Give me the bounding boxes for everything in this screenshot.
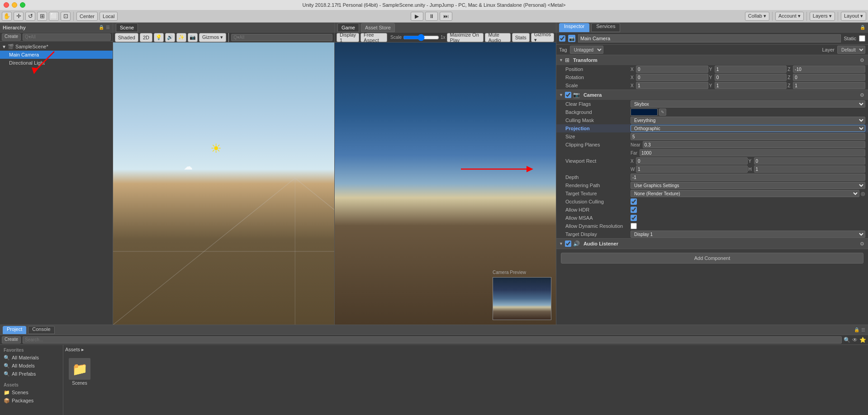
shading-mode-dropdown[interactable]: Shaded (115, 33, 138, 42)
maximize-on-play-button[interactable]: Maximize On Play (447, 33, 484, 42)
depth-input[interactable] (631, 174, 865, 181)
scene-search-input[interactable] (231, 34, 332, 41)
background-color-picker[interactable]: ✎ (659, 108, 666, 116)
audio-listener-header[interactable]: ▼ 🔊 Audio Listener ⚙ (556, 239, 868, 249)
scale-z-input[interactable] (793, 82, 865, 89)
culling-mask-dropdown[interactable]: Everything (631, 117, 865, 124)
vr-w-input[interactable] (636, 165, 748, 173)
hand-tool-button[interactable]: ✋ (2, 12, 12, 21)
object-active-checkbox[interactable] (559, 35, 565, 42)
scale-y-input[interactable] (715, 82, 787, 89)
bottom-lock-icon[interactable]: 🔒 (854, 327, 859, 332)
near-input[interactable] (643, 141, 865, 148)
vr-x-input[interactable] (636, 157, 748, 165)
position-x-input[interactable] (636, 66, 708, 73)
mute-audio-button[interactable]: Mute Audio (485, 33, 510, 42)
rotation-x-input[interactable] (636, 74, 708, 81)
play-button[interactable]: ▶ (411, 12, 423, 21)
fav-item-all-materials[interactable]: 🔍 All Materials (0, 354, 63, 362)
project-search-input[interactable] (23, 336, 842, 344)
services-tab[interactable]: Services (591, 23, 620, 32)
scale-slider[interactable] (403, 34, 439, 41)
scene-gizmos-dropdown[interactable]: Gizmos ▾ (199, 33, 226, 42)
rotation-z-input[interactable] (793, 74, 865, 81)
display-dropdown[interactable]: Display 1 (337, 33, 359, 42)
project-eye-icon[interactable]: 👁 (852, 337, 858, 343)
object-name-input[interactable] (578, 34, 841, 42)
camera-settings-button[interactable]: ⚙ (859, 92, 865, 98)
collab-button[interactable]: Collab ▾ (745, 12, 769, 21)
hierarchy-item-directionallight[interactable]: Directional Light (0, 59, 113, 67)
hierarchy-item-maincamera[interactable]: Main Camera (0, 51, 113, 59)
hierarchy-create-button[interactable]: Create (2, 33, 21, 41)
target-texture-dot-icon[interactable]: ◎ (861, 191, 865, 197)
project-star-icon[interactable]: ⭐ (859, 337, 866, 343)
hierarchy-menu-icon[interactable]: ☰ (106, 25, 110, 30)
pause-button[interactable]: ⏸ (425, 12, 438, 21)
rect-tool-button[interactable]: ⬜ (49, 12, 59, 21)
hierarchy-search-input[interactable] (23, 33, 111, 41)
clear-flags-dropdown[interactable]: Skybox (631, 100, 865, 108)
layers-button[interactable]: Layers ▾ (810, 12, 835, 21)
far-input[interactable] (640, 149, 865, 156)
step-button[interactable]: ⏭ (440, 12, 452, 21)
scene-viewport[interactable]: ☀ ☁ (113, 42, 334, 325)
fav-item-scenes[interactable]: 📁 Scenes (0, 388, 63, 396)
allow-msaa-checkbox[interactable] (631, 215, 637, 221)
allow-dynamic-resolution-checkbox[interactable] (631, 223, 637, 229)
vr-y-input[interactable] (754, 157, 866, 165)
console-tab[interactable]: Console (28, 326, 54, 334)
minimize-button[interactable] (12, 2, 17, 8)
fav-item-all-models[interactable]: 🔍 All Models (0, 362, 63, 370)
audio-listener-settings-button[interactable]: ⚙ (859, 241, 865, 247)
scene-audio-button[interactable]: 🔊 (165, 33, 175, 42)
background-color-swatch[interactable] (631, 108, 658, 116)
inspector-tab[interactable]: Inspector (559, 23, 589, 32)
rotate-tool-button[interactable]: ↺ (25, 12, 35, 21)
target-display-dropdown[interactable]: Display 1 (631, 231, 865, 238)
scale-x-input[interactable] (636, 82, 708, 89)
game-gizmos-dropdown[interactable]: Gizmos ▾ (531, 33, 554, 42)
projection-dropdown[interactable]: Orthographic (631, 125, 865, 132)
project-search-icon[interactable]: 🔍 (844, 337, 850, 343)
transform-header[interactable]: ▼ ⊞ Transform ⚙ (556, 55, 868, 65)
project-create-button[interactable]: Create (2, 336, 21, 344)
inspector-lock-icon[interactable]: 🔒 (860, 25, 865, 30)
scene-fx-button[interactable]: ✨ (176, 33, 186, 42)
maximize-button[interactable] (20, 2, 25, 8)
project-tab[interactable]: Project (3, 326, 26, 334)
center-toggle-button[interactable]: Center (76, 12, 98, 21)
occlusion-culling-checkbox[interactable] (631, 198, 637, 205)
game-tab[interactable]: Game (337, 23, 359, 32)
bottom-menu-icon[interactable]: ☰ (861, 327, 865, 332)
target-texture-dropdown[interactable]: None (Render Texture) (631, 190, 859, 197)
close-button[interactable] (4, 2, 9, 8)
fav-item-all-prefabs[interactable]: 🔍 All Prefabs (0, 370, 63, 378)
vr-h-input[interactable] (754, 165, 866, 173)
scene-camera-button[interactable]: 📷 (188, 33, 198, 42)
game-viewport[interactable]: Camera Preview (335, 42, 556, 325)
transform-settings-button[interactable]: ⚙ (859, 57, 865, 63)
audio-listener-enable-checkbox[interactable] (565, 241, 571, 247)
layout-button[interactable]: Layout ▾ (841, 12, 866, 21)
transform-tool-button[interactable]: ⊡ (61, 12, 71, 21)
position-z-input[interactable] (793, 66, 865, 73)
position-y-input[interactable] (715, 66, 787, 73)
asset-item-scenes[interactable]: 📁 Scenes (67, 356, 92, 387)
fav-item-packages[interactable]: 📦 Packages (0, 396, 63, 405)
size-input[interactable] (631, 133, 865, 140)
allow-hdr-checkbox[interactable] (631, 207, 637, 213)
move-tool-button[interactable]: ✛ (14, 12, 24, 21)
scene-tab[interactable]: Scene (116, 23, 138, 32)
stats-button[interactable]: Stats (512, 33, 530, 42)
rotation-y-input[interactable] (715, 74, 787, 81)
add-component-button[interactable]: Add Component (561, 253, 863, 264)
account-button[interactable]: Account ▾ (775, 12, 804, 21)
scale-tool-button[interactable]: ⊞ (37, 12, 47, 21)
static-checkbox[interactable] (859, 35, 865, 42)
asset-store-tab[interactable]: Asset Store (361, 23, 395, 32)
local-toggle-button[interactable]: Local (100, 12, 118, 21)
hierarchy-scene-item[interactable]: ▼ 🎬 SampleScene* (0, 42, 113, 51)
rendering-path-dropdown[interactable]: Use Graphics Settings (631, 182, 865, 189)
camera-header[interactable]: ▼ 📷 Camera ⚙ (556, 90, 868, 100)
